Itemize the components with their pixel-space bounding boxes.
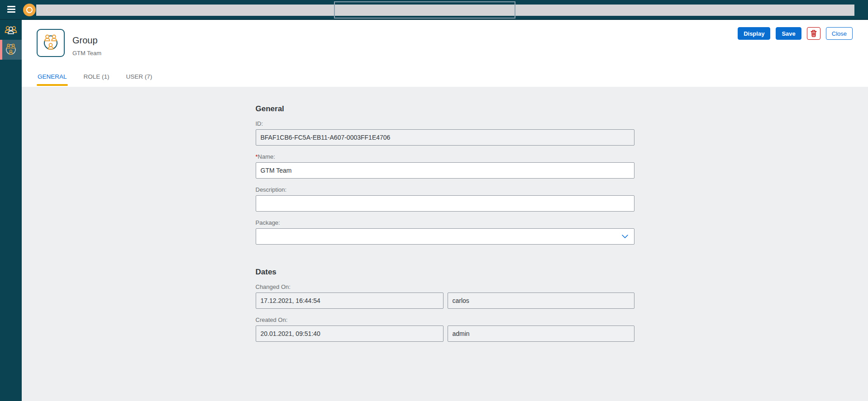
nav-rail [0,20,22,401]
name-field-group: *Name: [256,153,634,179]
display-button[interactable]: Display [738,27,770,40]
close-button[interactable]: Close [826,27,853,40]
id-label: ID: [256,120,634,127]
users-icon [4,25,18,35]
package-field[interactable] [256,228,634,245]
general-section-heading: General [256,104,634,113]
tab-content: General ID: *Name: Description: Package: [22,87,868,401]
changed-on-field-group: Changed On: [256,283,634,309]
delete-button[interactable] [807,27,820,40]
name-label: *Name: [256,153,634,160]
sidebar-item-groups[interactable] [0,40,22,60]
created-by-user-field [448,326,634,342]
created-on-field-group: Created On: [256,316,634,342]
page-subtitle: GTM Team [72,50,101,57]
save-button[interactable]: Save [776,27,801,40]
trash-icon [811,30,817,37]
main-area: Group GTM Team Display Save Close GENERA… [22,20,868,401]
shell-bar [0,0,868,20]
description-field[interactable] [256,195,634,212]
changed-on-datetime-field [256,292,444,309]
changed-by-user-field [448,292,634,309]
chevron-down-icon [622,235,628,238]
group-icon [4,43,18,57]
object-icon-box [37,29,65,57]
tab-bar: GENERAL ROLE (1) USER (7) [37,73,153,87]
package-dropdown-button[interactable] [616,229,634,244]
hamburger-menu-icon[interactable] [7,6,15,13]
package-label: Package: [256,219,634,226]
group-form: General ID: *Name: Description: Package: [256,87,634,342]
sidebar-item-users[interactable] [0,20,22,40]
shell-search-outline[interactable] [334,1,515,19]
package-field-group: Package: [256,219,634,245]
tab-role[interactable]: ROLE (1) [83,73,110,87]
created-on-label: Created On: [256,316,634,324]
description-label: Description: [256,186,634,193]
id-field [256,129,634,146]
object-page-header: Group GTM Team Display Save Close GENERA… [22,20,868,87]
id-field-group: ID: [256,120,634,146]
name-field[interactable] [256,162,634,179]
selected-item-accent [0,40,2,60]
active-tab-underline [37,84,68,86]
description-field-group: Description: [256,186,634,212]
header-action-bar: Display Save Close [738,27,853,40]
group-icon [41,33,60,52]
changed-on-label: Changed On: [256,283,634,291]
created-on-datetime-field [256,326,444,342]
dates-section-heading: Dates [256,267,634,277]
tab-general[interactable]: GENERAL [37,73,68,87]
user-avatar[interactable] [23,4,36,16]
tab-user[interactable]: USER (7) [125,73,153,87]
avatar-ring-icon [26,7,33,13]
page-title: Group [72,35,98,46]
